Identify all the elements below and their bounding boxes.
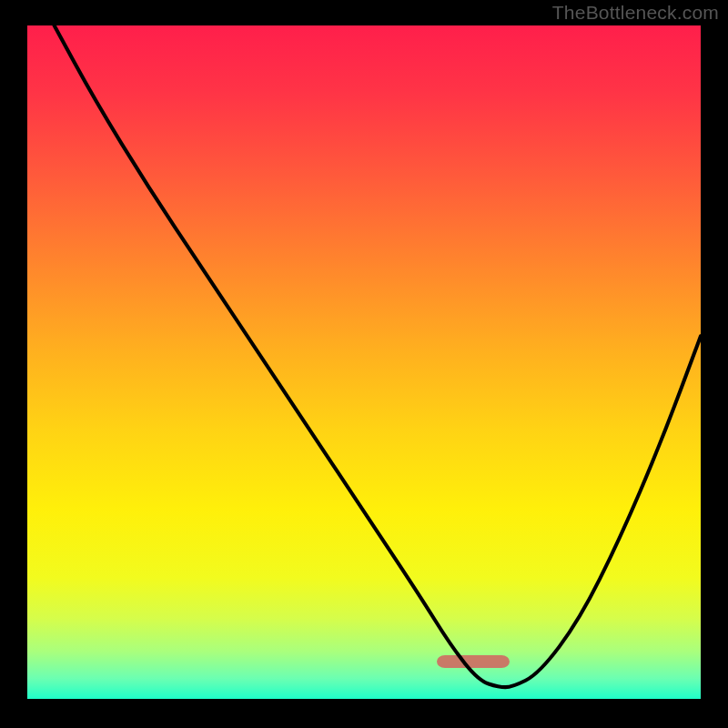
bottleneck-curve <box>55 25 701 687</box>
plot-frame <box>27 25 701 701</box>
chart-container: TheBottleneck.com <box>0 0 728 728</box>
highlight-band <box>437 655 510 668</box>
curve-layer <box>27 25 701 701</box>
watermark-text: TheBottleneck.com <box>552 2 719 24</box>
